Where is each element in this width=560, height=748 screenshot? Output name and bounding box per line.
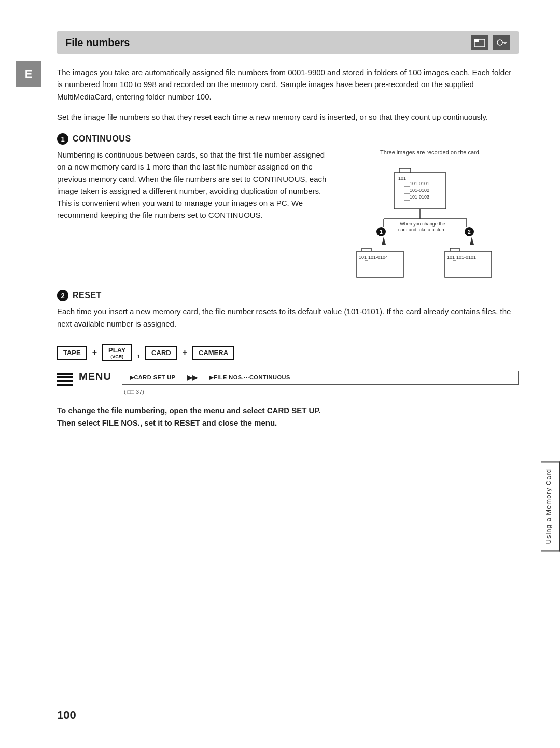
page-number: 100 [57,709,76,722]
svg-text:101-0104: 101-0104 [368,255,388,260]
svg-marker-21 [382,237,386,245]
svg-text:101-0101: 101-0101 [456,255,476,260]
svg-text:When you change the: When you change the [400,221,445,227]
menu-cell-1: ▶CARD SET UP [122,372,184,384]
svg-text:101: 101 [398,176,406,181]
diagram-svg: 101 101-0101 101-0102 101-0103 1 [342,159,508,278]
vcr-label: (VCR) [108,354,125,359]
menu-line-3 [57,380,73,382]
menu-section: MENU ▶CARD SET UP ▶▶ ▶FILE NOS.···CONTIN… [57,371,519,395]
e-tab: E [16,61,41,87]
instruction-line-1: To change the file numbering, open the m… [57,404,519,417]
continuous-section: Numbering is continuous between cards, s… [57,149,519,279]
svg-text:card and take a picture.: card and take a picture. [398,227,447,232]
menu-line-4 [57,384,73,386]
menu-row: ▶CARD SET UP ▶▶ ▶FILE NOS.···CONTINUOUS [122,371,519,385]
plus-sign-1: + [92,348,97,357]
header-bar: File numbers [57,31,519,54]
diagram-caption-top: Three images are recorded on the card. [342,149,519,156]
play-label: PLAY [108,346,125,354]
e-label: E [25,67,33,81]
svg-text:101-0103: 101-0103 [410,194,429,200]
reset-title: RESET [73,291,102,300]
menu-cell-2: ▶FILE NOS.···CONTINUOUS [202,372,297,384]
svg-point-2 [497,40,502,45]
svg-marker-24 [470,237,474,245]
page-title: File numbers [65,37,130,49]
continuous-text: Numbering is continuous between cards, s… [57,149,327,221]
formula-bar: TAPE + PLAY (VCR) , CARD + CAMERA [57,344,519,361]
svg-text:101: 101 [359,255,367,260]
menu-word: MENU [79,371,111,382]
svg-text:101-0101: 101-0101 [410,181,429,186]
key-icon [493,35,510,50]
menu-word-container: MENU [79,371,111,383]
plus-sign-2: + [183,348,187,357]
camera-label: CAMERA [199,349,228,357]
paragraph-2: Set the image file numbers so that they … [57,111,519,123]
svg-text:101-0102: 101-0102 [410,188,429,193]
instruction-text: To change the file numbering, open the m… [57,404,519,429]
svg-text:101: 101 [447,255,455,260]
page: E File numbers The images you ta [0,0,560,748]
header-icons [471,35,510,50]
side-tab-label: Using a Memory Card [544,469,552,544]
menu-lines-icon [57,371,73,386]
menu-left: MENU [57,371,111,386]
svg-text:1: 1 [380,229,383,235]
content: The images you take are automatically as… [57,66,519,330]
reset-header: 2 RESET [57,290,519,301]
menu-sub-text: ( □□ 37) [122,389,519,395]
diagram-area: Three images are recorded on the card. 1… [342,149,519,279]
reset-circle: 2 [57,290,68,301]
card-icon [471,35,488,50]
reset-text: Each time you insert a new memory card, … [57,305,519,330]
camera-box: CAMERA [192,346,234,360]
menu-box-area: ▶CARD SET UP ▶▶ ▶FILE NOS.···CONTINUOUS … [122,371,519,395]
menu-line-2 [57,376,73,378]
side-tab: Using a Memory Card [541,461,560,551]
card-label: CARD [151,349,171,357]
instruction-line-2: Then select FILE NOS., set it to RESET a… [57,417,519,429]
svg-text:2: 2 [468,229,471,235]
paragraph-1: The images you take are automatically as… [57,66,519,103]
tape-box: TAPE [57,346,87,360]
menu-arrow: ▶▶ [183,371,202,384]
continuous-header: 1 CONTINUOUS [57,133,519,145]
comma-sign: , [137,347,141,359]
reset-section: 2 RESET Each time you insert a new memor… [57,290,519,330]
menu-line-1 [57,373,73,375]
continuous-circle: 1 [57,133,68,145]
tape-label: TAPE [63,349,81,357]
play-vcr-box: PLAY (VCR) [102,344,132,361]
svg-rect-1 [474,39,479,42]
card-box: CARD [145,346,177,360]
continuous-title: CONTINUOUS [73,134,131,144]
